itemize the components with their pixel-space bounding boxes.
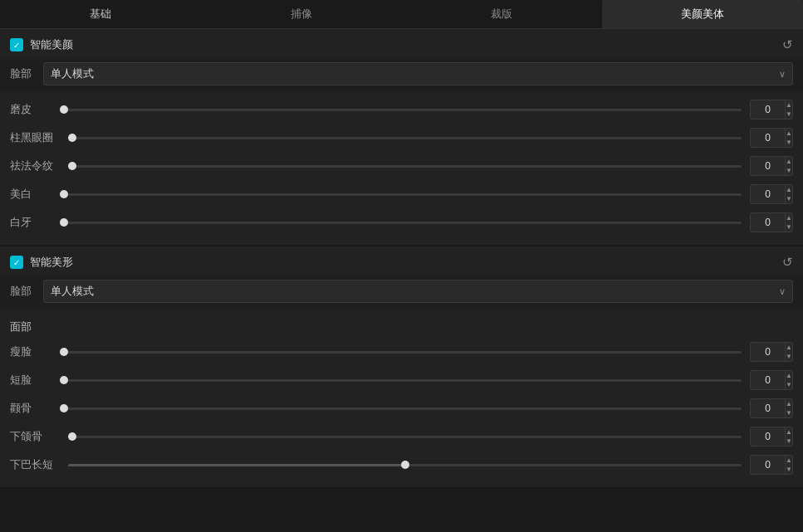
slider-up-xiababachang[interactable]: ▲ bbox=[786, 456, 792, 465]
slider-row-shoulian: 瘦脸 0 ▲ ▼ bbox=[0, 338, 803, 366]
slider-value-duanlian: 0 ▲ ▼ bbox=[750, 370, 793, 390]
slider-value-quangu: 0 ▲ ▼ bbox=[750, 398, 793, 418]
slider-track-mopi[interactable] bbox=[60, 109, 742, 111]
slider-thumb-zhuhei[interactable] bbox=[68, 134, 76, 142]
slider-thumb-duanlian[interactable] bbox=[60, 376, 68, 384]
slider-down-falingwen[interactable]: ▼ bbox=[786, 166, 792, 175]
face-beauty-mode-row: 脸部 单人模式 ∨ bbox=[0, 59, 803, 92]
slider-down-xiababachang[interactable]: ▼ bbox=[786, 465, 792, 474]
slider-track-xiahegu[interactable] bbox=[68, 436, 742, 438]
slider-track-duanlian[interactable] bbox=[60, 379, 742, 382]
slider-label-duanlian: 短脸 bbox=[10, 373, 51, 388]
slider-track-shoulian[interactable] bbox=[60, 351, 742, 354]
face-beauty-title: ✓ 智能美颜 bbox=[10, 37, 73, 52]
slider-row-duanlian: 短脸 0 ▲ ▼ bbox=[0, 366, 803, 394]
slider-row-xiahegu: 下颌骨 0 ▲ ▼ bbox=[0, 422, 803, 451]
slider-value-xiababachang: 0 ▲ ▼ bbox=[750, 455, 793, 475]
face-beauty-mode-select[interactable]: 单人模式 ∨ bbox=[43, 62, 793, 85]
slider-up-quangu[interactable]: ▲ bbox=[786, 399, 792, 408]
slider-thumb-shoulian[interactable] bbox=[60, 348, 68, 356]
slider-thumb-baiya[interactable] bbox=[60, 218, 68, 227]
slider-value-meibai: 0 ▲ ▼ bbox=[750, 184, 793, 204]
slider-value-xiahegu: 0 ▲ ▼ bbox=[750, 427, 793, 447]
face-shape-checkbox[interactable]: ✓ bbox=[10, 256, 23, 269]
slider-label-falingwen: 祛法令纹 bbox=[10, 159, 60, 173]
slider-value-baiya: 0 ▲ ▼ bbox=[750, 212, 793, 232]
face-beauty-section: ✓ 智能美颜 ↺ 脸部 单人模式 ∨ 磨皮 0 ▲ bbox=[0, 29, 803, 245]
slider-row-xiababachang: 下巴长短 0 ▲ ▼ bbox=[0, 451, 803, 479]
slider-row-quangu: 颧骨 0 ▲ ▼ bbox=[0, 394, 803, 422]
face-shape-section: ✓ 智能美形 ↺ 脸部 单人模式 ∨ 面部 瘦脸 0 bbox=[0, 246, 803, 487]
slider-up-baiya[interactable]: ▲ bbox=[786, 213, 792, 222]
slider-up-meibai[interactable]: ▲ bbox=[786, 185, 792, 194]
slider-down-zhuhei[interactable]: ▼ bbox=[786, 138, 792, 147]
face-shape-mode-select[interactable]: 单人模式 ∨ bbox=[43, 280, 793, 303]
slider-track-falingwen[interactable] bbox=[68, 165, 742, 168]
slider-thumb-xiababachang[interactable] bbox=[401, 461, 409, 469]
slider-label-zhuhei: 柱黑眼圈 bbox=[10, 130, 60, 145]
slider-track-baiya[interactable] bbox=[60, 222, 742, 224]
face-beauty-face-label: 脸部 bbox=[10, 66, 43, 81]
slider-label-xiababachang: 下巴长短 bbox=[10, 457, 60, 472]
slider-value-shoulian: 0 ▲ ▼ bbox=[750, 342, 793, 362]
slider-track-zhuhei[interactable] bbox=[68, 137, 742, 139]
slider-down-baiya[interactable]: ▼ bbox=[786, 222, 792, 232]
slider-track-xiababachang[interactable] bbox=[68, 464, 742, 466]
slider-label-quangu: 颧骨 bbox=[10, 401, 51, 416]
slider-up-mopi[interactable]: ▲ bbox=[786, 100, 792, 110]
face-beauty-checkbox[interactable]: ✓ bbox=[10, 38, 23, 51]
face-beauty-reset[interactable]: ↺ bbox=[782, 37, 793, 52]
slider-row-falingwen: 祛法令纹 0 ▲ ▼ bbox=[0, 152, 803, 180]
face-beauty-mode-chevron: ∨ bbox=[779, 69, 786, 80]
slider-down-xiahegu[interactable]: ▼ bbox=[786, 437, 792, 446]
slider-track-quangu[interactable] bbox=[60, 408, 742, 410]
slider-down-duanlian[interactable]: ▼ bbox=[786, 380, 792, 389]
slider-down-quangu[interactable]: ▼ bbox=[786, 408, 792, 417]
slider-label-mopi: 磨皮 bbox=[10, 102, 51, 117]
face-shape-header: ✓ 智能美形 ↺ bbox=[0, 246, 803, 276]
slider-down-mopi[interactable]: ▼ bbox=[786, 110, 792, 119]
slider-track-meibai[interactable] bbox=[60, 193, 742, 196]
tab-edition[interactable]: 裁版 bbox=[402, 0, 603, 28]
slider-up-duanlian[interactable]: ▲ bbox=[786, 371, 792, 380]
slider-up-falingwen[interactable]: ▲ bbox=[786, 157, 792, 166]
slider-thumb-meibai[interactable] bbox=[60, 190, 68, 198]
main-content: ✓ 智能美颜 ↺ 脸部 单人模式 ∨ 磨皮 0 ▲ bbox=[0, 29, 803, 487]
slider-row-baiya: 白牙 0 ▲ ▼ bbox=[0, 208, 803, 237]
slider-label-shoulian: 瘦脸 bbox=[10, 344, 51, 359]
slider-label-xiahegu: 下颌骨 bbox=[10, 429, 60, 444]
tab-capture[interactable]: 捕像 bbox=[201, 0, 402, 28]
slider-thumb-mopi[interactable] bbox=[60, 105, 68, 114]
slider-value-mopi: 0 ▲ ▼ bbox=[750, 100, 793, 120]
slider-up-shoulian[interactable]: ▲ bbox=[786, 343, 792, 352]
face-shape-face-label: 脸部 bbox=[10, 284, 43, 299]
face-shape-reset[interactable]: ↺ bbox=[782, 255, 793, 270]
slider-thumb-quangu[interactable] bbox=[60, 404, 68, 412]
slider-label-meibai: 美白 bbox=[10, 187, 51, 202]
slider-value-zhuhei: 0 ▲ ▼ bbox=[750, 128, 793, 148]
tab-bar: 基础 捕像 裁版 美颜美体 bbox=[0, 0, 803, 29]
slider-up-xiahegu[interactable]: ▲ bbox=[786, 427, 792, 437]
face-shape-title-group: ✓ 智能美形 bbox=[10, 255, 73, 270]
slider-thumb-xiahegu[interactable] bbox=[68, 432, 76, 441]
tab-beauty[interactable]: 美颜美体 bbox=[602, 0, 803, 28]
slider-up-zhuhei[interactable]: ▲ bbox=[786, 129, 792, 138]
face-beauty-header: ✓ 智能美颜 ↺ bbox=[0, 29, 803, 59]
slider-row-meibai: 美白 0 ▲ ▼ bbox=[0, 180, 803, 208]
slider-row-zhuheiyanquan: 柱黑眼圈 0 ▲ ▼ bbox=[0, 124, 803, 152]
sub-section-face: 面部 bbox=[0, 313, 803, 338]
face-shape-mode-chevron: ∨ bbox=[779, 286, 786, 297]
face-shape-mode-row: 脸部 单人模式 ∨ bbox=[0, 276, 803, 310]
tab-basic[interactable]: 基础 bbox=[0, 0, 201, 28]
slider-down-meibai[interactable]: ▼ bbox=[786, 194, 792, 203]
slider-row-mopi: 磨皮 0 ▲ ▼ bbox=[0, 95, 803, 124]
slider-label-baiya: 白牙 bbox=[10, 215, 51, 230]
slider-down-shoulian[interactable]: ▼ bbox=[786, 352, 792, 361]
slider-thumb-falingwen[interactable] bbox=[68, 162, 76, 170]
slider-value-falingwen: 0 ▲ ▼ bbox=[750, 156, 793, 176]
